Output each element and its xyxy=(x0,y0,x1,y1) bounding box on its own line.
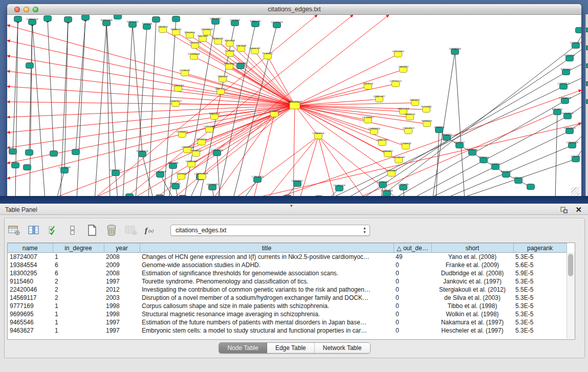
network-hub-node[interactable]: 18724007 xyxy=(288,100,301,109)
network-edge[interactable] xyxy=(203,39,295,105)
network-node[interactable]: 1733426 xyxy=(398,183,409,190)
network-node[interactable]: 1527602 xyxy=(230,19,241,26)
network-edge[interactable] xyxy=(116,173,118,198)
network-node[interactable]: 8912954 xyxy=(185,31,195,38)
table-cell[interactable]: 5.5E-5 xyxy=(513,286,567,294)
network-edge[interactable] xyxy=(7,105,295,179)
network-node[interactable]: 17957293 xyxy=(251,176,263,182)
table-cell[interactable]: 19384554 xyxy=(8,261,53,269)
table-cell[interactable]: Estimation of the future numbers of pati… xyxy=(140,318,394,326)
network-node[interactable]: 8978334 xyxy=(197,138,207,145)
table-cell[interactable]: 2009 xyxy=(104,261,140,269)
network-edge[interactable] xyxy=(48,19,54,154)
table-cell[interactable]: Stergiakouli et al. (2012) xyxy=(431,286,513,294)
network-node[interactable]: 6479197 xyxy=(454,141,465,148)
network-node[interactable] xyxy=(172,16,180,22)
network-edge[interactable] xyxy=(295,105,408,131)
table-select-dropdown[interactable]: citations_edges.txt ▲▼ xyxy=(170,225,370,236)
network-node[interactable]: 9498222 xyxy=(191,149,202,156)
tab-edge-table[interactable]: Edge Table xyxy=(267,343,315,353)
network-node[interactable]: 7632621 xyxy=(490,163,501,169)
network-node[interactable]: 8427552 xyxy=(215,87,226,94)
table-row[interactable]: 2242004622012Investigating the contribut… xyxy=(8,286,567,294)
table-cell[interactable]: 0 xyxy=(394,318,431,326)
network-edge[interactable] xyxy=(7,71,295,105)
table-cell[interactable]: 1997 xyxy=(104,277,140,286)
table-row[interactable]: 977716911998Corpus callosum shape and si… xyxy=(8,302,567,310)
network-node[interactable]: 14196141 xyxy=(377,181,388,187)
network-node[interactable]: 9827509 xyxy=(198,35,208,41)
delete-table-button[interactable] xyxy=(105,224,118,237)
table-settings-button[interactable] xyxy=(8,224,21,237)
network-edge[interactable] xyxy=(295,70,403,105)
network-edge[interactable] xyxy=(76,18,85,152)
network-edge[interactable] xyxy=(133,25,142,154)
table-cell[interactable]: 2012 xyxy=(104,286,140,294)
network-node[interactable]: 9860123 xyxy=(171,28,182,35)
network-node[interactable]: 11451944 xyxy=(154,170,166,177)
table-cell[interactable]: 5.3E-5 xyxy=(513,277,567,286)
column-header-outde[interactable]: △ out_de… xyxy=(394,244,431,253)
network-node[interactable]: 18226058 xyxy=(201,28,212,35)
network-node[interactable]: 1167531 xyxy=(571,155,581,162)
network-node[interactable]: 11156869 xyxy=(58,166,70,173)
table-cell[interactable]: 2 xyxy=(53,277,104,286)
table-cell[interactable]: 18300295 xyxy=(8,269,53,277)
table-cell[interactable]: Yano et al. (2008) xyxy=(431,253,513,261)
network-node[interactable]: 9499579 xyxy=(405,113,416,120)
table-cell[interactable]: Investigating the contribution of common… xyxy=(140,286,394,294)
network-node[interactable]: 9146821 xyxy=(263,52,273,59)
table-cell[interactable]: 18724007 xyxy=(8,253,53,261)
network-edge[interactable] xyxy=(432,52,455,198)
network-node[interactable]: 9756928 xyxy=(401,142,411,149)
table-cell[interactable]: 5.9E-5 xyxy=(513,269,567,277)
table-cell[interactable]: 0 xyxy=(394,277,431,286)
table-cell[interactable]: 9465546 xyxy=(8,318,53,326)
network-edge[interactable] xyxy=(266,136,318,198)
network-node[interactable]: 8454749 xyxy=(250,47,260,54)
network-node[interactable]: 17359924 xyxy=(211,149,223,156)
network-edge[interactable] xyxy=(7,105,295,133)
network-node[interactable]: 8938923 xyxy=(442,134,452,140)
network-node[interactable]: 7663822 xyxy=(158,26,168,32)
network-node[interactable]: 2967608 xyxy=(236,45,247,51)
window-resize-grip[interactable] xyxy=(571,187,579,195)
table-cell[interactable]: Genome-wide association studies in ADHD. xyxy=(140,261,394,269)
table-cell[interactable]: 0 xyxy=(394,286,431,294)
network-node[interactable]: 19166825 xyxy=(176,130,188,137)
network-edge[interactable] xyxy=(360,58,570,198)
network-node[interactable]: 12975115 xyxy=(389,80,401,86)
table-cell[interactable]: Disruption of a novel member of a sodium… xyxy=(140,294,394,302)
close-panel-icon[interactable]: ✕ xyxy=(575,205,582,214)
network-node[interactable] xyxy=(64,17,72,23)
table-cell[interactable]: 1997 xyxy=(104,318,140,326)
column-header-pagerank[interactable]: pagerank xyxy=(513,244,567,253)
table-cell[interactable]: 1998 xyxy=(104,310,140,318)
network-edge[interactable] xyxy=(209,105,295,129)
network-edge[interactable] xyxy=(7,25,295,105)
tab-node-table[interactable]: Node Table xyxy=(219,343,267,353)
network-edge[interactable] xyxy=(253,114,274,198)
table-cell[interactable]: 5.6E-5 xyxy=(513,261,567,269)
table-cell[interactable]: Nakamura et al. (1997) xyxy=(431,318,513,326)
table-cell[interactable]: 5.3E-5 xyxy=(513,310,567,318)
table-row[interactable]: 946362711997Embryonic stem cells: a mode… xyxy=(8,326,567,335)
table-cell[interactable]: 2008 xyxy=(104,253,140,261)
function-builder-button[interactable]: f (x) xyxy=(144,224,157,237)
network-node[interactable]: 14671355 xyxy=(126,20,138,27)
table-row[interactable]: 1872400712008Changes of HCN gene express… xyxy=(8,253,567,261)
table-cell[interactable]: Changes of HCN gene expression and I(f) … xyxy=(140,253,394,261)
network-node[interactable]: 9329966 xyxy=(564,54,575,61)
network-node[interactable]: 9463627 xyxy=(410,99,421,105)
network-node[interactable]: 19718485 xyxy=(206,183,218,190)
network-node[interactable]: 9474444 xyxy=(467,148,478,155)
network-edge[interactable] xyxy=(191,105,295,164)
network-node[interactable]: 2803144 xyxy=(217,75,228,82)
table-cell[interactable]: 1998 xyxy=(104,302,140,310)
column-header-year[interactable]: year xyxy=(104,244,140,253)
table-cell[interactable]: 1 xyxy=(53,253,104,261)
import-table-button[interactable] xyxy=(124,224,138,237)
table-cell[interactable]: 49 xyxy=(394,253,431,261)
table-scrollbar[interactable] xyxy=(567,252,575,339)
network-node[interactable]: 12444154 xyxy=(559,97,571,103)
